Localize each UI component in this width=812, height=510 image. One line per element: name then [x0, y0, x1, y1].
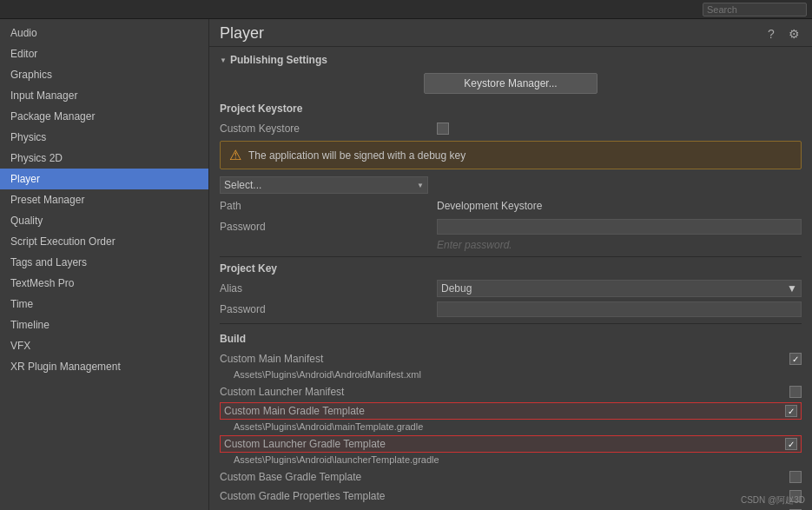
- sidebar-item-textmesh-pro[interactable]: TextMesh Pro: [0, 273, 208, 294]
- publishing-section-header: ▼ Publishing Settings: [220, 54, 802, 66]
- build-row-label-0: Custom Main Manifest: [220, 353, 789, 365]
- build-item-row-0: Custom Main Manifest: [220, 350, 802, 368]
- build-row-4: Custom Base Gradle Template: [220, 468, 802, 486]
- sidebar-item-timeline[interactable]: Timeline: [0, 315, 208, 335]
- build-row-6: Custom Proguard File: [220, 507, 802, 510]
- build-item-row-1: Custom Launcher Manifest: [220, 383, 802, 401]
- warning-text: The application will be signed with a de…: [248, 149, 465, 162]
- sidebar-item-physics-2d[interactable]: Physics 2D: [0, 148, 208, 169]
- build-checkbox-4[interactable]: [789, 471, 802, 483]
- build-item-row-4: Custom Base Gradle Template: [220, 468, 802, 486]
- custom-keystore-checkbox[interactable]: [437, 123, 449, 135]
- sidebar-item-vfx[interactable]: VFX: [0, 335, 208, 356]
- sidebar-item-xr-plugin-management[interactable]: XR Plugin Management: [0, 356, 208, 377]
- build-row-5: Custom Gradle Properties Template: [220, 487, 802, 505]
- search-input[interactable]: [703, 3, 807, 17]
- build-item-row-3: Custom Launcher Gradle Template: [220, 435, 802, 453]
- build-sub-path-3: Assets\Plugins\Android\launcherTemplate.…: [220, 454, 802, 465]
- build-checkbox-0[interactable]: [789, 353, 802, 365]
- alias-value: Debug: [441, 282, 472, 295]
- collapse-triangle[interactable]: ▼: [220, 56, 227, 64]
- warning-box: ⚠ The application will be signed with a …: [220, 141, 802, 169]
- build-row-label-4: Custom Base Gradle Template: [220, 471, 789, 483]
- build-checkbox-3[interactable]: [785, 438, 797, 450]
- path-label: Path: [220, 200, 437, 212]
- alias-select[interactable]: Debug ▼: [437, 280, 802, 297]
- divider-2: [220, 323, 802, 324]
- sidebar-item-physics[interactable]: Physics: [0, 127, 208, 148]
- key-password-label: Password: [220, 303, 437, 315]
- sidebar-item-graphics[interactable]: Graphics: [0, 64, 208, 85]
- path-row: Path Development Keystore: [220, 197, 802, 215]
- build-item-row-6: Custom Proguard File: [220, 507, 802, 510]
- build-row-label-1: Custom Launcher Manifest: [220, 386, 789, 398]
- build-row-0: Custom Main ManifestAssets\Plugins\Andro…: [220, 350, 802, 380]
- select-row: Select... ▼: [220, 176, 802, 194]
- custom-keystore-row: Custom Keystore: [220, 120, 802, 137]
- build-item-row-2: Custom Main Gradle Template: [220, 402, 802, 420]
- build-sub-path-2: Assets\Plugins\Android\mainTemplate.grad…: [220, 421, 802, 432]
- alias-chevron-icon: ▼: [787, 282, 797, 295]
- content-header: Player ? ⚙: [209, 19, 812, 47]
- build-row-2: Custom Main Gradle TemplateAssets\Plugin…: [220, 402, 802, 432]
- password-row: Password: [220, 218, 802, 235]
- key-password-row: Password: [220, 301, 802, 318]
- settings-body: ▼ Publishing Settings Keystore Manager..…: [209, 47, 812, 510]
- select-placeholder: Select...: [224, 179, 261, 191]
- sidebar-item-quality[interactable]: Quality: [0, 210, 208, 231]
- keystore-manager-button[interactable]: Keystore Manager...: [424, 73, 597, 94]
- project-keystore-label: Project Keystore: [220, 103, 802, 115]
- build-row-3: Custom Launcher Gradle TemplateAssets\Pl…: [220, 435, 802, 465]
- password-hint: Enter password.: [437, 239, 512, 251]
- publishing-section-label: Publishing Settings: [230, 54, 327, 66]
- build-row-label-5: Custom Gradle Properties Template: [220, 490, 789, 502]
- top-bar: [0, 0, 812, 19]
- custom-keystore-label: Custom Keystore: [220, 123, 437, 135]
- content-panel: Player ? ⚙ ▼ Publishing Settings Keystor…: [209, 19, 812, 510]
- divider-1: [220, 256, 802, 257]
- main-layout: AudioEditorGraphicsInput ManagerPackage …: [0, 19, 812, 510]
- header-icons: ? ⚙: [763, 26, 802, 42]
- sidebar-item-tags-and-layers[interactable]: Tags and Layers: [0, 252, 208, 273]
- sidebar-item-editor[interactable]: Editor: [0, 43, 208, 64]
- build-section-label: Build: [220, 333, 802, 345]
- alias-label: Alias: [220, 282, 437, 295]
- sidebar-item-package-manager[interactable]: Package Manager: [0, 106, 208, 127]
- attribution: CSDN @阿赵3D: [741, 494, 805, 507]
- build-checkbox-2[interactable]: [785, 405, 797, 417]
- build-row-label-2: Custom Main Gradle Template: [224, 405, 785, 417]
- build-row-label-3: Custom Launcher Gradle Template: [224, 438, 785, 450]
- build-checkbox-1[interactable]: [789, 386, 802, 398]
- key-password-input[interactable]: [437, 301, 802, 317]
- warning-icon: ⚠: [229, 147, 241, 163]
- sidebar-item-time[interactable]: Time: [0, 294, 208, 315]
- sidebar-item-input-manager[interactable]: Input Manager: [0, 85, 208, 106]
- chevron-down-icon: ▼: [417, 182, 424, 189]
- build-rows: Custom Main ManifestAssets\Plugins\Andro…: [220, 350, 802, 510]
- page-title: Player: [220, 24, 264, 43]
- sidebar-item-preset-manager[interactable]: Preset Manager: [0, 189, 208, 210]
- build-section: Build Custom Main ManifestAssets\Plugins…: [220, 333, 802, 510]
- sidebar: AudioEditorGraphicsInput ManagerPackage …: [0, 19, 209, 510]
- sidebar-item-player[interactable]: Player: [0, 169, 208, 189]
- keystore-select[interactable]: Select... ▼: [220, 176, 428, 194]
- settings-icon[interactable]: ⚙: [786, 26, 802, 42]
- password-input[interactable]: [437, 219, 802, 235]
- alias-row: Alias Debug ▼: [220, 280, 802, 297]
- project-key-label: Project Key: [220, 262, 802, 275]
- sidebar-item-audio[interactable]: Audio: [0, 23, 208, 43]
- path-value: Development Keystore: [437, 200, 802, 212]
- build-row-1: Custom Launcher Manifest: [220, 383, 802, 401]
- help-icon[interactable]: ?: [763, 26, 779, 42]
- build-sub-path-0: Assets\Plugins\Android\AndroidManifest.x…: [220, 369, 802, 380]
- password-label: Password: [220, 221, 437, 233]
- build-item-row-5: Custom Gradle Properties Template: [220, 487, 802, 505]
- sidebar-item-script-execution-order[interactable]: Script Execution Order: [0, 231, 208, 252]
